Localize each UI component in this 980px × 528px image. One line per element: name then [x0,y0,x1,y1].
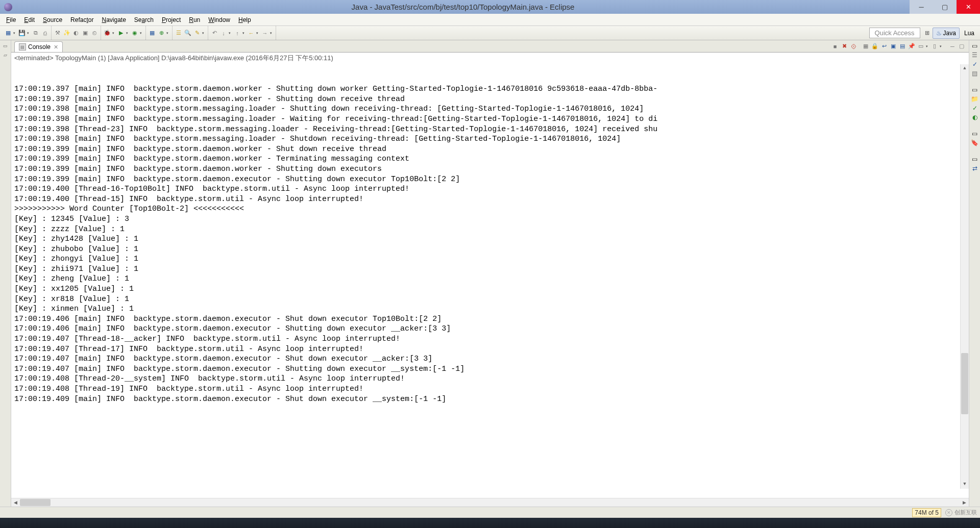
forward-dropdown[interactable]: ▾ [270,31,274,35]
menu-help[interactable]: Help [234,15,255,25]
menu-search[interactable]: Search [130,15,158,25]
junit-icon[interactable]: ✓ [972,105,977,112]
open-type-icon[interactable]: ◐ [72,29,80,37]
debug-dropdown[interactable]: ▾ [112,31,116,35]
hscroll-thumb[interactable] [20,499,51,506]
forward-icon[interactable]: → [261,29,269,37]
show-stdout-icon[interactable]: ▣ [889,42,897,51]
console-line: 17:00:19.407 [main] INFO backtype.storm.… [14,354,969,364]
minimize-button[interactable]: ─ [910,0,933,14]
tab-console[interactable]: ▤ Console ✕ [14,41,63,52]
new-java-project-icon[interactable]: ▦ [148,29,156,37]
prev-annotation-icon[interactable]: ↑ [233,29,241,37]
task-list-icon[interactable]: ✓ [972,61,977,68]
save-all-icon[interactable]: ⧉ [32,29,40,37]
next-annotation-icon[interactable]: ↓ [219,29,228,37]
maximize-button[interactable]: ▢ [933,0,957,14]
horizontal-scrollbar[interactable]: ◀ ▶ [11,498,969,507]
menu-navigate[interactable]: Navigate [97,15,130,25]
console-line: 17:00:19.398 [main] INFO backtype.storm.… [14,134,969,144]
brand-text: 创新互联 [954,509,977,516]
scroll-up-icon[interactable]: ▲ [961,64,969,73]
build-icon[interactable]: ⚒ [54,29,62,37]
remove-launch-icon[interactable]: ✖ [840,42,848,51]
debug-icon[interactable]: 🐞 [103,29,111,37]
window-controls: ─ ▢ ✕ [910,0,980,14]
toggle-mark-icon[interactable]: ✎ [193,29,201,37]
back-dropdown[interactable]: ▾ [256,31,260,35]
open-perspective-icon[interactable]: ⊞ [923,29,932,37]
show-stderr-icon[interactable]: ▤ [898,42,906,51]
restore-right4-icon[interactable]: ▭ [972,156,977,163]
title-bar: Java - JavaTest/src/com/bj/test/top10/To… [0,0,980,14]
coverage-icon[interactable]: ◉ [131,29,139,37]
prev-annotation-dropdown[interactable]: ▾ [242,31,246,35]
pin-console-icon[interactable]: 📌 [908,42,916,51]
menu-project[interactable]: Project [158,15,185,25]
menu-edit[interactable]: Edit [20,15,39,25]
restore-right-icon[interactable]: ▭ [972,42,977,49]
coverage-dropdown[interactable]: ▾ [140,31,143,35]
clear-console-icon[interactable]: ▦ [862,42,870,51]
bookmark-icon[interactable]: 🔖 [971,139,978,146]
save-dropdown[interactable]: ▾ [27,31,31,35]
search-icon[interactable]: 🔍 [184,29,192,37]
new-wizard-icon[interactable]: ✨ [63,29,71,37]
menu-source[interactable]: Source [39,15,66,25]
new-package-icon[interactable]: ⊕ [157,29,165,37]
quick-access-input[interactable]: Quick Access [869,28,920,38]
console-line: 17:00:19.400 [Thread-16-Top10Bolt] INFO … [14,184,969,194]
save-icon[interactable]: 💾 [18,29,26,37]
display-selected-dropdown[interactable]: ▾ [926,44,929,48]
restore-right2-icon[interactable]: ▭ [972,86,977,93]
memory-usage[interactable]: 74M of 5 [912,508,941,517]
restore-icon[interactable]: ▭ [2,42,9,49]
console-line: 17:00:19.409 [main] INFO backtype.storm.… [14,394,969,405]
run-dropdown[interactable]: ▾ [126,31,130,35]
main-toolbar: ▦▾ 💾▾ ⧉ ⎙ ⚒ ✨ ◐ ▣ © 🐞▾ ▶▾ ◉▾ ▦ ⊕▾ ☰ 🔍 ✎▾… [0,26,980,40]
close-button[interactable]: ✕ [957,0,980,14]
coverage-view-icon[interactable]: ◐ [972,114,977,121]
restore-right3-icon[interactable]: ▭ [972,130,977,137]
class-icon[interactable]: © [90,29,99,37]
open-console-icon[interactable]: ▯ [930,42,939,51]
new-dropdown[interactable]: ▾ [13,31,17,35]
new-package-dropdown[interactable]: ▾ [166,31,170,35]
maximize-view-icon[interactable]: ▢ [958,42,966,51]
hierarchy-icon[interactable]: ⇄ [972,165,977,172]
menu-run[interactable]: Run [185,15,204,25]
print-icon[interactable]: ⎙ [41,29,49,37]
package-icon[interactable]: ▣ [81,29,89,37]
back-icon[interactable]: ← [247,29,255,37]
perspective-java[interactable]: ♨Java [933,28,960,39]
tab-close-icon[interactable]: ✕ [54,44,58,51]
toggle-mark-dropdown[interactable]: ▾ [202,31,206,35]
next-annotation-dropdown[interactable]: ▾ [229,31,232,35]
console-output[interactable]: 17:00:19.397 [main] INFO backtype.storm.… [11,64,969,498]
scroll-down-icon[interactable]: ▼ [961,480,969,489]
remove-all-icon[interactable]: ⮾ [849,42,857,51]
menu-refactor[interactable]: Refactor [66,15,97,25]
last-edit-icon[interactable]: ↶ [210,29,218,37]
vertical-scrollbar[interactable]: ▲ ▼ [960,64,969,489]
scroll-lock-icon[interactable]: 🔒 [871,42,879,51]
run-icon[interactable]: ▶ [117,29,125,37]
console-line: >>>>>>>>>>> Word Counter [Top10Bolt-2] <… [14,204,969,214]
minimize-view-icon[interactable]: ─ [948,42,957,51]
scroll-right-icon[interactable]: ▶ [960,498,969,507]
menu-file[interactable]: File [2,15,20,25]
open-console-dropdown[interactable]: ▾ [940,44,943,48]
view-stack-icon[interactable]: ▱ [2,52,9,59]
display-selected-icon[interactable]: ▭ [917,42,925,51]
outline-icon[interactable]: ☰ [972,52,977,59]
structure-icon[interactable]: ▤ [972,70,977,77]
package-explorer-icon[interactable]: 📁 [971,95,978,103]
menu-window[interactable]: Window [204,15,234,25]
new-icon[interactable]: ▦ [4,29,12,37]
open-task-icon[interactable]: ☰ [175,29,183,37]
word-wrap-icon[interactable]: ↩ [880,42,888,51]
scroll-left-icon[interactable]: ◀ [11,498,20,507]
console-line: [Key] : zhubobo [Value] : 1 [14,244,969,255]
perspective-lua[interactable]: Lua [961,28,978,39]
vscroll-thumb[interactable] [961,353,968,414]
